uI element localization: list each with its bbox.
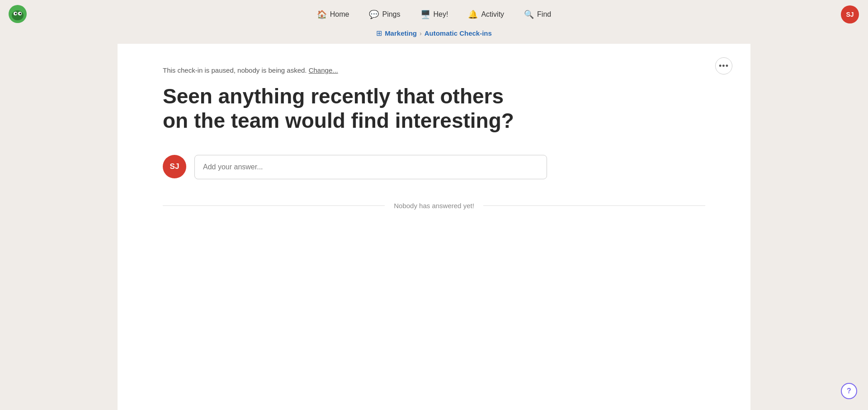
nav-item-activity-label: Activity	[481, 10, 504, 19]
project-grid-icon: ⊞	[376, 29, 382, 37]
top-navigation: 🏠 Home 💬 Pings 🖥️ Hey! 🔔 Activity 🔍 Find…	[0, 0, 868, 28]
content-panel: ••• This check-in is paused, nobody is b…	[118, 44, 750, 360]
check-in-question: Seen anything recently that others on th…	[163, 84, 533, 133]
nav-item-pings[interactable]: 💬 Pings	[361, 6, 408, 23]
divider-right	[483, 205, 705, 206]
breadcrumb-project-link[interactable]: Marketing	[385, 29, 417, 37]
user-avatar-top[interactable]: SJ	[841, 5, 859, 23]
answer-area: SJ	[163, 155, 705, 179]
svg-point-4	[15, 13, 17, 14]
breadcrumb-separator: ›	[420, 30, 422, 37]
change-link[interactable]: Change...	[309, 66, 338, 74]
pings-icon: 💬	[369, 9, 379, 19]
empty-state-text: Nobody has answered yet!	[385, 202, 483, 210]
nav-item-find-label: Find	[537, 10, 551, 19]
empty-state: Nobody has answered yet!	[163, 202, 705, 210]
nav-items-container: 🏠 Home 💬 Pings 🖥️ Hey! 🔔 Activity 🔍 Find	[309, 6, 559, 23]
main-container: ⊞ Marketing › Automatic Check-ins ••• Th…	[118, 21, 750, 410]
home-icon: 🏠	[317, 9, 327, 19]
nav-item-home[interactable]: 🏠 Home	[309, 6, 358, 23]
activity-icon: 🔔	[468, 9, 478, 19]
app-logo[interactable]	[8, 5, 27, 23]
nav-item-activity[interactable]: 🔔 Activity	[460, 6, 512, 23]
nav-item-find[interactable]: 🔍 Find	[516, 6, 559, 23]
breadcrumb-section-link[interactable]: Automatic Check-ins	[425, 29, 492, 37]
find-icon: 🔍	[524, 9, 534, 19]
user-avatar: SJ	[163, 155, 186, 178]
answer-input[interactable]	[194, 155, 547, 179]
help-button[interactable]: ?	[841, 383, 857, 399]
paused-notice: This check-in is paused, nobody is being…	[163, 66, 705, 74]
svg-point-1	[12, 10, 24, 20]
nav-item-hey[interactable]: 🖥️ Hey!	[412, 6, 457, 23]
divider-left	[163, 205, 385, 206]
nav-item-pings-label: Pings	[382, 10, 400, 19]
nav-item-hey-label: Hey!	[434, 10, 448, 19]
svg-point-5	[19, 13, 21, 14]
more-options-button[interactable]: •••	[715, 57, 732, 75]
hey-icon: 🖥️	[420, 9, 430, 19]
nav-item-home-label: Home	[330, 10, 349, 19]
